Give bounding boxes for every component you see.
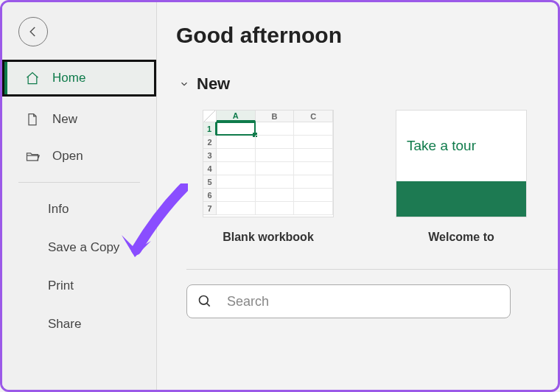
template-label: Welcome to	[428, 231, 494, 244]
arrow-left-icon	[27, 25, 40, 38]
tour-title: Take a tour	[396, 111, 526, 181]
welcome-tour-thumb: Take a tour	[396, 110, 527, 217]
section-collapse-toggle[interactable]	[176, 76, 192, 92]
search-icon	[197, 294, 212, 309]
sidebar-item-label: Open	[52, 149, 83, 164]
template-gallery: A B C 1 2 3 4 5 6 7 Blank workbook Take …	[176, 110, 558, 244]
template-welcome-tour[interactable]: Take a tour Welcome to	[396, 110, 527, 244]
content-divider	[186, 269, 558, 270]
chevron-down-icon	[179, 79, 189, 89]
back-button[interactable]	[18, 17, 48, 46]
main-content: Good afternoon New A B C 1 2 3 4	[157, 2, 558, 390]
sidebar-divider	[18, 182, 140, 183]
sidebar-item-share[interactable]: Share	[2, 305, 156, 343]
sidebar-item-open[interactable]: Open	[2, 138, 156, 175]
sidebar-item-label: Home	[52, 71, 85, 85]
sidebar-item-save-a-copy[interactable]: Save a Copy	[2, 228, 156, 267]
file-new-icon	[24, 111, 41, 127]
sidebar-item-info[interactable]: Info	[2, 190, 156, 228]
search-input[interactable]	[225, 293, 500, 310]
sidebar-item-label: Info	[48, 202, 69, 216]
col-header: A	[217, 111, 256, 122]
col-header: C	[294, 111, 333, 122]
template-blank-workbook[interactable]: A B C 1 2 3 4 5 6 7 Blank workbook	[203, 110, 334, 244]
sidebar-item-label: Print	[48, 279, 74, 293]
blank-workbook-thumb: A B C 1 2 3 4 5 6 7	[203, 110, 334, 217]
section-header-new: New	[176, 74, 558, 94]
folder-open-icon	[24, 148, 41, 164]
sidebar-item-label: Share	[48, 317, 81, 331]
page-title: Good afternoon	[176, 23, 558, 48]
col-header: B	[256, 111, 295, 122]
home-icon	[24, 70, 41, 86]
section-title: New	[197, 74, 230, 94]
svg-point-0	[200, 296, 209, 305]
sidebar-item-label: Save a Copy	[48, 240, 119, 254]
sidebar-item-home[interactable]: Home	[2, 60, 156, 97]
sidebar-item-print[interactable]: Print	[2, 267, 156, 305]
search-box[interactable]	[186, 284, 511, 318]
sidebar-item-new[interactable]: New	[2, 101, 156, 138]
sidebar-item-label: New	[52, 112, 77, 127]
template-label: Blank workbook	[223, 231, 314, 244]
backstage-sidebar: Home New Open Info Save a Copy Print Sha…	[2, 2, 157, 390]
